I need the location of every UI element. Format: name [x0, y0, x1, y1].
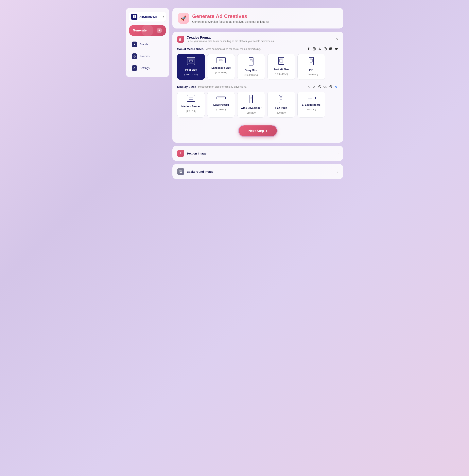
header-text: Generate Ad Creatives Generate conversio…: [192, 13, 270, 23]
halfpage-visual: [279, 95, 283, 103]
size-card-leaderboard[interactable]: Leaderboard (728x90): [207, 92, 235, 118]
display-header: Display Sizes Most common sizes for disp…: [177, 85, 339, 89]
svg-line-35: [320, 87, 320, 87]
display-subtitle: Most common sizes for display advertisin…: [198, 85, 247, 88]
size-card-wide-skyscraper[interactable]: Wide Skyscraper (160x600): [237, 92, 265, 118]
size-card-pin[interactable]: Pin (1000x1500): [297, 54, 325, 80]
lleaderboard-visual: [307, 95, 316, 100]
sidebar-item-projects[interactable]: ◎ Projects: [129, 51, 166, 61]
display-sizes-section: Display Sizes Most common sizes for disp…: [177, 85, 339, 118]
display-icon-2: A: [312, 85, 316, 89]
text-on-image-icon: T: [177, 150, 184, 157]
social-platform-icons: in: [307, 47, 339, 51]
creative-format-content: Social Media Sizes Most common sizes for…: [172, 47, 343, 143]
size-card-medium-banner[interactable]: Medium Banner (300x250): [177, 92, 205, 118]
svg-rect-2: [133, 17, 134, 18]
text-on-image-chevron-icon: ›: [337, 151, 339, 155]
svg-rect-40: [189, 97, 193, 99]
linkedin-icon: in: [329, 47, 333, 51]
logo-chevron-icon: ▾: [163, 16, 164, 18]
adcreative-icon: [318, 47, 322, 51]
next-step-arrow-icon: ›: [266, 129, 267, 133]
text-on-image-section[interactable]: T Text on Image ›: [172, 146, 343, 161]
svg-rect-29: [310, 59, 312, 62]
pin-visual: [309, 57, 314, 65]
medium-banner-dim: (300x250): [186, 110, 196, 113]
logo-text: AdCreative.ai: [139, 15, 161, 18]
text-on-image-left: T Text on Image: [177, 150, 206, 157]
size-card-half-page[interactable]: Half Page (300x600): [267, 92, 295, 118]
svg-text:in: in: [330, 48, 332, 50]
size-card-portrait[interactable]: Portrait Size (1080x1350): [267, 54, 295, 80]
brands-label: Brands: [140, 43, 148, 46]
post-size-dim: (1080x1080): [184, 73, 197, 76]
social-media-subtitle: Most common sizes for social media adver…: [205, 48, 261, 51]
creative-format-title: Creative Format: [187, 36, 275, 39]
svg-point-8: [314, 48, 315, 50]
page-header: 🚀 Generate Ad Creatives Generate convers…: [172, 8, 343, 29]
portrait-visual: [278, 57, 284, 65]
sidebar-item-brands[interactable]: ★ Brands: [129, 39, 166, 50]
size-card-landscape[interactable]: Landscape Size (1200x628): [207, 54, 235, 80]
next-step-wrapper: Next Step ›: [177, 122, 339, 138]
svg-rect-1: [134, 15, 136, 17]
display-icon-6: G: [334, 85, 339, 89]
header-rocket-icon: 🚀: [178, 13, 189, 24]
svg-rect-7: [313, 48, 316, 50]
creative-format-chevron-icon: ∨: [336, 37, 339, 41]
svg-rect-6: [179, 39, 180, 41]
display-icon-3: [318, 85, 322, 89]
projects-label: Projects: [140, 55, 150, 58]
svg-rect-0: [133, 15, 134, 17]
svg-point-36: [324, 86, 325, 87]
medium-banner-name: Medium Banner: [181, 105, 201, 108]
pin-size-dim: (1000x1500): [305, 73, 318, 76]
facebook-icon: [307, 47, 311, 51]
background-image-section[interactable]: 🖼 Background Image ›: [172, 164, 343, 179]
size-card-post[interactable]: Post Size (1080x1080): [177, 54, 205, 80]
skyscraper-name: Wide Skyscraper: [241, 106, 262, 109]
sidebar-item-settings[interactable]: ⚙ Settings: [129, 63, 166, 73]
lleaderboard-dim: (970x90): [307, 108, 316, 111]
skyscraper-dim: (160x600): [246, 111, 257, 114]
pinterest-icon: [323, 47, 327, 51]
svg-point-9: [315, 48, 315, 48]
background-image-chevron-icon: ›: [337, 170, 339, 174]
sidebar-logo[interactable]: AdCreative.ai ▾: [129, 12, 166, 22]
lleaderboard-name: L. Leaderboard: [302, 103, 321, 106]
creative-format-subtitle: Select your creative size below dependin…: [187, 40, 275, 43]
next-step-button[interactable]: Next Step ›: [239, 125, 277, 136]
sparkle-icon: ✦: [157, 28, 162, 33]
creative-format-header-left: Creative Format Select your creative siz…: [177, 36, 275, 43]
display-title: Display Sizes: [177, 85, 196, 88]
svg-rect-17: [219, 59, 223, 61]
size-card-l-leaderboard[interactable]: L. Leaderboard (970x90): [297, 92, 325, 118]
settings-icon: ⚙: [132, 65, 137, 71]
svg-rect-25: [280, 59, 283, 62]
next-step-label: Next Step: [248, 129, 264, 133]
social-media-header: Social Media Sizes Most common sizes for…: [177, 47, 339, 51]
background-image-icon: 🖼: [177, 168, 184, 175]
pin-size-name: Pin: [309, 68, 313, 71]
size-card-story[interactable]: Story Size (1080x1920): [237, 54, 265, 80]
display-icon-5: [329, 85, 333, 89]
portrait-size-name: Portrait Size: [274, 68, 289, 71]
story-size-dim: (1080x1920): [244, 74, 258, 76]
twitter-icon: [334, 47, 339, 51]
leaderboard-dim: (728x90): [216, 108, 226, 111]
svg-rect-49: [280, 97, 282, 99]
generate-button[interactable]: Generate ✦: [129, 25, 166, 36]
social-media-sizes-section: Social Media Sizes Most common sizes for…: [177, 47, 339, 80]
brands-icon: ★: [132, 42, 137, 47]
instagram-icon: [312, 47, 316, 51]
svg-point-37: [325, 86, 327, 87]
leaderboard-visual: [216, 95, 226, 100]
skyscraper-visual: [250, 95, 253, 103]
creative-format-title-block: Creative Format Select your creative siz…: [187, 36, 275, 43]
post-size-name: Post Size: [185, 68, 197, 71]
leaderboard-name: Leaderboard: [213, 103, 229, 106]
creative-format-header[interactable]: Creative Format Select your creative siz…: [172, 32, 343, 47]
landscape-size-dim: (1200x628): [215, 71, 227, 74]
story-visual: [249, 57, 254, 66]
generate-label: Generate: [133, 29, 146, 32]
